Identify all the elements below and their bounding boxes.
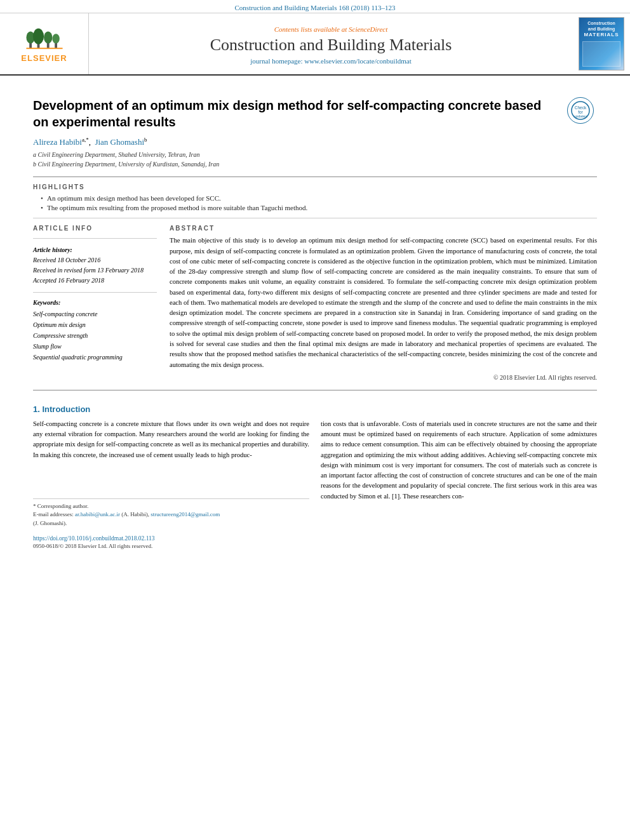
keyword-1: Self-compacting concrete	[33, 309, 157, 319]
keyword-2: Optimum mix design	[33, 319, 157, 330]
authors-line: Alireza Habibia,*, Jian Ghomashib	[33, 137, 597, 147]
cover-title-line2: and Building	[588, 26, 615, 32]
divider-keywords	[33, 292, 157, 293]
journal-homepage[interactable]: journal homepage: www.elsevier.com/locat…	[250, 57, 411, 65]
cover-title-line3: MATERIALS	[584, 32, 619, 38]
intro-two-col: Self-compacting concrete is a concrete m…	[33, 419, 597, 550]
keyword-5: Sequential quadratic programming	[33, 352, 157, 363]
introduction-section: 1. Introduction Self-compacting concrete…	[33, 404, 597, 550]
svg-point-3	[32, 28, 43, 44]
author-a-name[interactable]: Alireza Habibi	[33, 137, 82, 147]
author-a-sup: a,*	[82, 137, 89, 143]
keyword-4: Slump flow	[33, 341, 157, 352]
email2-link[interactable]: structureeng2014@gmail.com	[151, 511, 220, 517]
svg-point-5	[44, 31, 52, 43]
author2-short: (J. Ghomashi).	[33, 519, 309, 528]
citation-text: Construction and Building Materials 168 …	[234, 4, 395, 11]
article-title: Development of an optimum mix design met…	[33, 97, 555, 130]
svg-point-7	[52, 34, 59, 43]
article-info-col: ARTICLE INFO Article history: Received 1…	[33, 225, 157, 380]
intro-col-right: tion costs that is unfavorable. Costs of…	[321, 419, 597, 550]
email1-link[interactable]: ar.habibi@unk.ac.ir	[75, 511, 120, 517]
highlight-item-1: An optimum mix design method has been de…	[41, 194, 597, 202]
doi-section: https://doi.org/10.1016/j.conbuildmat.20…	[33, 531, 309, 549]
footnote-section: * Corresponding author. E-mail addresses…	[33, 498, 309, 528]
highlights-section: HIGHLIGHTS An optimum mix design method …	[33, 183, 597, 211]
email-addresses: E-mail addresses: ar.habibi@unk.ac.ir (A…	[33, 510, 309, 519]
abstract-text: The main objective of this study is to d…	[170, 236, 597, 370]
check-updates-widget[interactable]: Check for updates	[564, 97, 597, 124]
received-date: Received 18 October 2016	[33, 255, 157, 265]
journal-title: Construction and Building Materials	[210, 36, 452, 55]
author-b-name[interactable]: Jian Ghomashi	[95, 137, 144, 147]
keyword-3: Compressive strength	[33, 330, 157, 341]
divider-3	[33, 390, 597, 390]
svg-rect-8	[26, 48, 62, 49]
affiliations: a Civil Engineering Department, Shahed U…	[33, 150, 597, 169]
journal-cover: Construction and Building MATERIALS	[573, 13, 630, 74]
article-title-section: Development of an optimum mix design met…	[33, 97, 597, 130]
top-citation-bar: Construction and Building Materials 168 …	[0, 0, 630, 13]
divider-1	[33, 177, 597, 177]
elsevier-tree-icon	[25, 25, 64, 51]
check-updates-icon: Check for updates	[570, 100, 591, 121]
divider-info	[33, 238, 157, 239]
intro-heading: 1. Introduction	[33, 404, 597, 414]
abstract-label: ABSTRACT	[170, 225, 597, 232]
article-info-label: ARTICLE INFO	[33, 225, 157, 232]
accepted-date: Accepted 16 February 2018	[33, 276, 157, 286]
keywords-label: Keywords:	[33, 299, 157, 306]
elsevier-wordmark: ELSEVIER	[21, 53, 67, 63]
page: Construction and Building Materials 168 …	[0, 0, 630, 840]
svg-text:for: for	[578, 110, 583, 114]
journal-header: ELSEVIER Contents lists available at Sci…	[0, 13, 630, 76]
highlights-label: HIGHLIGHTS	[33, 183, 597, 190]
doi-link[interactable]: https://doi.org/10.1016/j.conbuildmat.20…	[33, 535, 155, 542]
abstract-col: ABSTRACT The main objective of this stud…	[170, 225, 597, 380]
journal-center: Contents lists available at ScienceDirec…	[89, 13, 573, 74]
intro-text-col2: tion costs that is unfavorable. Costs of…	[321, 419, 597, 502]
revised-date: Received in revised form 13 February 201…	[33, 265, 157, 276]
cover-image: Construction and Building MATERIALS	[579, 17, 624, 70]
svg-text:updates: updates	[573, 114, 587, 118]
highlight-item-2: The optimum mix resulting from the propo…	[41, 204, 597, 211]
divider-2	[33, 218, 597, 218]
sciencedirect-label: Contents lists available at ScienceDirec…	[274, 25, 388, 33]
issn-text: 0950-0618/© 2018 Elsevier Ltd. All right…	[33, 543, 309, 549]
intro-text-col1: Self-compacting concrete is a concrete m…	[33, 419, 309, 460]
elsevier-logo-block: ELSEVIER	[0, 13, 89, 74]
author-b-sup: b	[144, 137, 147, 143]
cover-title-line1: Construction	[587, 20, 615, 26]
affiliation-a: a Civil Engineering Department, Shahed U…	[33, 150, 597, 159]
highlights-list: An optimum mix design method has been de…	[33, 194, 597, 211]
intro-col-left: Self-compacting concrete is a concrete m…	[33, 419, 309, 550]
author-b: Jian Ghomashib	[95, 137, 147, 147]
copyright-line: © 2018 Elsevier Ltd. All rights reserved…	[170, 374, 597, 381]
check-updates-badge[interactable]: Check for updates	[567, 97, 594, 124]
corresponding-author: * Corresponding author.	[33, 502, 309, 511]
keywords-section: Keywords: Self-compacting concrete Optim…	[33, 299, 157, 363]
two-col-section: ARTICLE INFO Article history: Received 1…	[33, 225, 597, 380]
sciencedirect-name[interactable]: ScienceDirect	[349, 25, 387, 33]
affiliation-b: b Civil Engineering Department, Universi…	[33, 159, 597, 169]
svg-text:Check: Check	[575, 105, 587, 110]
main-content: Development of an optimum mix design met…	[0, 76, 630, 549]
author-a: Alireza Habibia,*,	[33, 137, 95, 147]
article-history: Article history: Received 18 October 201…	[33, 245, 157, 286]
history-label: Article history:	[33, 245, 157, 255]
